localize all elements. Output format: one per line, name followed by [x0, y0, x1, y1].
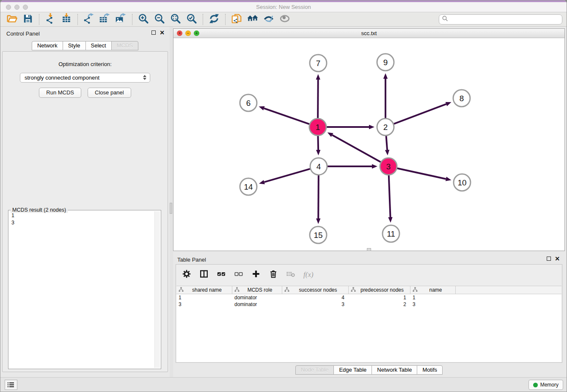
mcds-result-values: 13 [9, 212, 153, 368]
table-row[interactable]: 1dominator411 [176, 294, 561, 301]
graphics-details-button[interactable] [261, 13, 277, 26]
graph-edge-2-3[interactable] [385, 136, 389, 155]
network-view[interactable]: 1234678910111415 [173, 38, 564, 251]
cell-predecessor-nodes[interactable]: 1 [349, 295, 410, 301]
import-network-button[interactable] [42, 13, 58, 26]
column-header-name[interactable]: name [410, 286, 456, 294]
close-panel-button[interactable]: Close panel [88, 88, 131, 98]
column-header-successor-nodes[interactable]: successor nodes [282, 286, 349, 294]
svg-text:6: 6 [246, 99, 251, 108]
graph-edge-4-15[interactable] [316, 175, 320, 224]
cell-shared-name[interactable]: 3 [176, 301, 232, 307]
float-panel-icon[interactable] [151, 30, 156, 35]
settings-gear-button[interactable] [182, 269, 191, 280]
search-box[interactable] [439, 14, 562, 25]
export-table-button[interactable] [97, 13, 113, 26]
graph-edge-2-8[interactable] [394, 102, 451, 124]
graph-edge-1-4[interactable] [316, 136, 320, 155]
search-icon [442, 15, 449, 24]
refresh-layout-button[interactable] [206, 13, 222, 26]
tab-network-table[interactable]: Network Table [372, 365, 417, 375]
minimize-view-button[interactable]: − [185, 30, 191, 36]
cell-name[interactable]: 3 [410, 301, 456, 307]
svg-text:1: 1 [316, 123, 320, 132]
graph-node-2[interactable]: 2 [377, 119, 394, 135]
save-session-button[interactable] [20, 13, 36, 26]
show-hide-button[interactable] [277, 13, 293, 26]
split-panel-button[interactable] [199, 269, 209, 280]
cell-name[interactable]: 1 [410, 295, 456, 301]
add-column-button[interactable] [251, 269, 261, 280]
close-table-panel-icon[interactable]: ✕ [555, 256, 560, 261]
tab-select[interactable]: Select [85, 41, 112, 50]
graph-node-3[interactable]: 3 [380, 158, 397, 175]
cell-MCDS-role[interactable]: dominator [232, 301, 282, 307]
maximize-view-button[interactable]: + [194, 30, 199, 36]
tab-node-table[interactable]: Node Table [295, 365, 334, 375]
graph-node-1[interactable]: 1 [309, 119, 326, 135]
tab-motifs[interactable]: Motifs [417, 365, 443, 375]
graph-edge-1-7[interactable] [316, 74, 320, 118]
table-row[interactable]: 3dominator323 [176, 301, 561, 308]
graph-edge-3-1[interactable] [328, 133, 381, 162]
graph-edge-4-14[interactable] [259, 169, 310, 184]
graph-node-9[interactable]: 9 [377, 54, 394, 71]
graph-edge-1-6[interactable] [259, 106, 310, 124]
export-network-icon [83, 13, 94, 26]
export-image-button[interactable] [113, 13, 129, 26]
cell-successor-nodes[interactable]: 4 [282, 295, 349, 301]
graph-node-11[interactable]: 11 [383, 225, 399, 242]
deselect-all-button[interactable] [234, 269, 243, 280]
close-view-button[interactable]: × [177, 30, 182, 36]
criterion-dropdown[interactable]: strongly connected component [20, 73, 150, 83]
zoom-out-button[interactable] [151, 13, 168, 26]
zoom-fit-button[interactable] [168, 13, 184, 26]
delete-column-button[interactable] [269, 269, 278, 280]
column-header-predecessor-nodes[interactable]: predecessor nodes [349, 286, 410, 294]
column-header-shared-name[interactable]: shared name [176, 286, 232, 294]
close-panel-icon[interactable]: ✕ [160, 30, 165, 35]
graph-edge-2-9[interactable] [383, 73, 388, 118]
graph-node-15[interactable]: 15 [310, 226, 327, 243]
home-button[interactable] [245, 13, 261, 26]
graph-node-6[interactable]: 6 [240, 94, 257, 111]
float-table-panel-icon[interactable] [547, 257, 551, 261]
column-header-MCDS-role[interactable]: MCDS role [232, 286, 282, 294]
tab-style[interactable]: Style [63, 41, 86, 50]
graph-edge-4-3[interactable] [328, 164, 377, 168]
search-input[interactable] [449, 15, 562, 24]
duplicate-network-button[interactable] [228, 13, 245, 26]
graph-node-8[interactable]: 8 [453, 90, 470, 107]
splitter-handle[interactable] [170, 203, 172, 214]
import-table-button[interactable] [58, 13, 74, 26]
cell-shared-name[interactable]: 1 [176, 295, 232, 301]
cell-MCDS-role[interactable]: dominator [232, 295, 282, 301]
cell-successor-nodes[interactable]: 3 [282, 301, 349, 307]
export-network-button[interactable] [81, 13, 97, 26]
tab-mcds[interactable]: MCDS [111, 41, 138, 50]
cell-predecessor-nodes[interactable]: 2 [349, 301, 410, 307]
tab-edge-table[interactable]: Edge Table [333, 365, 372, 375]
tab-network[interactable]: Network [32, 41, 63, 50]
graph-node-4[interactable]: 4 [310, 158, 327, 175]
zoom-in-button[interactable] [135, 13, 151, 26]
network-window-titlebar[interactable]: ×−+ scc.txt [173, 29, 564, 38]
open-session-button[interactable] [4, 13, 20, 26]
network-resize-handle[interactable] [367, 248, 371, 251]
graph-edge-3-10[interactable] [397, 168, 451, 181]
task-history-button[interactable] [5, 380, 17, 390]
zoom-selected-button[interactable] [184, 13, 200, 26]
table-panel-title: Table Panel [177, 257, 206, 263]
svg-text:14: 14 [244, 182, 253, 191]
graph-node-10[interactable]: 10 [454, 174, 471, 191]
memory-button[interactable]: Memory [528, 380, 563, 390]
svg-text:11: 11 [387, 229, 395, 238]
graph-edge-1-2[interactable] [327, 125, 374, 129]
run-mcds-button[interactable]: Run MCDS [39, 88, 81, 98]
select-all-button[interactable] [217, 269, 226, 280]
graph-node-14[interactable]: 14 [240, 178, 257, 195]
graph-node-7[interactable]: 7 [310, 55, 327, 72]
panel-splitter[interactable] [170, 27, 173, 378]
result-scrollbar[interactable] [154, 211, 160, 368]
graph-edge-3-11[interactable] [388, 175, 392, 223]
